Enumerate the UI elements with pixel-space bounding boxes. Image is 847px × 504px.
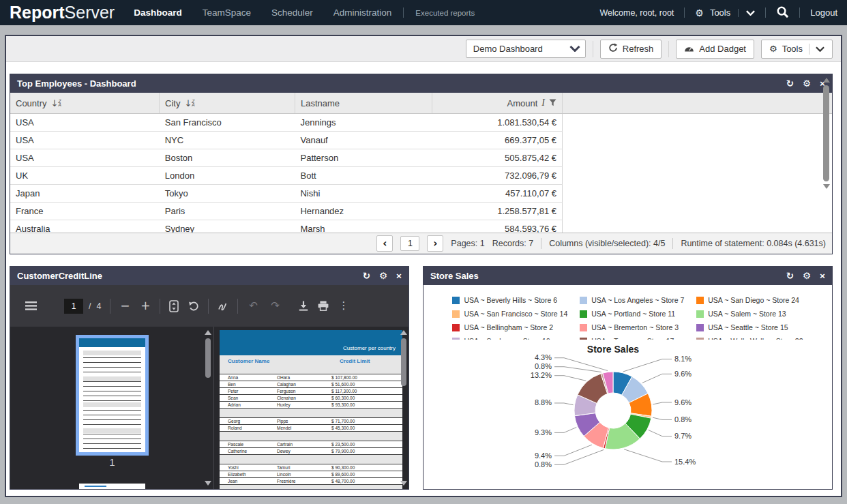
table-row[interactable]: USABostonPatterson505.875,42 €	[10, 149, 563, 167]
draw-pen-icon[interactable]	[218, 301, 228, 312]
column-header-amount[interactable]: Amount I	[432, 93, 563, 113]
print-icon[interactable]	[318, 301, 329, 311]
table-footer: ‹ › Pages: 1 Records: 7 Columns (visible…	[10, 233, 832, 254]
label-leader-line	[642, 374, 672, 383]
pdf-page-input[interactable]	[64, 299, 83, 314]
refresh-icon[interactable]: ↻	[363, 271, 370, 281]
page-number-input[interactable]	[400, 236, 419, 251]
legend-item: USA ~ Spokane ~ Store 16	[452, 334, 567, 340]
download-icon[interactable]	[299, 301, 308, 311]
records-text: Records: 7	[492, 239, 533, 248]
refresh-icon[interactable]: ↻	[786, 271, 794, 281]
nav-item-scheduler[interactable]: Scheduler	[271, 8, 313, 18]
rotate-icon[interactable]	[188, 301, 199, 312]
page-thumbnail-1[interactable]	[76, 335, 149, 456]
undo-icon[interactable]: ↶	[247, 301, 259, 311]
table-cell: 505.875,42 €	[432, 153, 562, 163]
table-row[interactable]: FranceParisHernandez1.258.577,81 €	[10, 203, 563, 220]
label-leader-line	[554, 427, 576, 432]
logout-button[interactable]: Logout	[810, 8, 837, 18]
more-options-icon[interactable]: ⋮	[338, 301, 348, 311]
table-row[interactable]: USANYCVanauf669.377,05 €	[10, 132, 563, 149]
scroll-thumb[interactable]	[823, 85, 829, 181]
viewer-scrollbar[interactable]	[400, 330, 408, 486]
report-first-name: Ben	[220, 382, 277, 387]
scroll-up-arrow[interactable]	[205, 330, 211, 335]
scroll-up-arrow[interactable]	[823, 78, 830, 83]
nav-item-executed-reports[interactable]: Executed reports	[415, 9, 475, 17]
nav-item-dashboard[interactable]: Dashboard	[134, 8, 182, 18]
table-row[interactable]: JapanTokyoNishi457.110,07 €	[10, 185, 563, 203]
fit-page-icon[interactable]	[169, 300, 179, 312]
nav-item-teamspace[interactable]: TeamSpace	[203, 8, 251, 18]
label-leader-line	[554, 376, 586, 381]
report-last-name: Cartrain	[277, 442, 331, 447]
report-row: SeanClenahan$ 60,300.00	[220, 395, 402, 402]
scroll-up-arrow[interactable]	[400, 330, 407, 335]
table-cell: Paris	[160, 206, 295, 216]
column-label: Country	[16, 98, 47, 108]
nav-divider	[765, 8, 766, 18]
sidebar-toggle-icon[interactable]	[25, 301, 37, 310]
slice-percentage-label: 8.1%	[674, 355, 692, 363]
legend-swatch	[452, 310, 460, 318]
label-leader-line	[653, 417, 672, 419]
chevron-down-icon	[569, 44, 580, 54]
scroll-thumb[interactable]	[401, 338, 406, 386]
legend-label: USA ~ San Diego ~ Store 24	[708, 296, 799, 304]
report-last-name: Mendel	[277, 426, 331, 430]
report-first-name: Pascale	[220, 442, 277, 447]
column-header-lastname[interactable]: Lastname	[295, 93, 432, 113]
zoom-in-icon[interactable]: +	[140, 300, 151, 312]
table-cell: Tokyo	[160, 188, 295, 198]
redo-icon[interactable]: ↷	[269, 301, 281, 311]
table-row[interactable]: USASan FranciscoJennings1.081.530,54 €	[10, 114, 563, 132]
zoom-out-icon[interactable]: −	[119, 300, 130, 312]
close-icon[interactable]: ×	[820, 271, 825, 281]
table-scrollbar[interactable]	[822, 78, 831, 189]
add-dadget-button[interactable]: Add Dadget	[676, 40, 754, 59]
dashboard-container: Demo Dashboard Refresh Add Dadget ⚙ Tool…	[5, 35, 842, 497]
legend-item: USA ~ Portland ~ Store 11	[580, 307, 684, 321]
gear-icon[interactable]: ⚙	[379, 271, 387, 281]
column-header-city[interactable]: City ↓ ZA	[160, 93, 295, 113]
gauge-icon	[684, 44, 694, 54]
table-row[interactable]: AustraliaSydneyMarsh584.593,76 €	[10, 220, 563, 234]
gear-icon[interactable]: ⚙	[695, 8, 704, 18]
column-header-filler	[563, 93, 832, 113]
report-credit-limit: $ 90,300.00	[331, 465, 402, 470]
nav-item-administration[interactable]: Administration	[333, 8, 392, 18]
legend-item: USA ~ San Diego ~ Store 24	[696, 293, 803, 307]
store-sales-chart-area: USA ~ Beverly Hills ~ Store 6USA ~ Los A…	[424, 285, 832, 489]
table-header-row: Country ↓ ZA City ↓ ZA Lastname Amount I	[10, 93, 832, 114]
table-cell: France	[10, 206, 160, 216]
gear-icon[interactable]: ⚙	[803, 271, 811, 281]
scroll-down-arrow[interactable]	[823, 184, 830, 189]
dashboard-tools-button[interactable]: ⚙ Tools	[761, 40, 833, 59]
scroll-down-arrow[interactable]	[400, 481, 407, 486]
column-label: Amount	[507, 98, 538, 108]
refresh-button[interactable]: Refresh	[600, 40, 662, 59]
refresh-icon[interactable]: ↻	[786, 79, 794, 89]
thumbnail-header-band	[79, 338, 145, 347]
chevron-down-icon[interactable]	[746, 8, 755, 18]
sidebar-scrollbar[interactable]	[204, 330, 212, 486]
refresh-icon	[608, 43, 618, 55]
pdf-thumbnail-sidebar: 1	[10, 327, 214, 489]
scroll-thumb[interactable]	[205, 338, 211, 378]
prev-page-button[interactable]: ‹	[376, 235, 393, 252]
close-icon[interactable]: ×	[396, 271, 402, 281]
table-row[interactable]: UKLondonBott732.096,79 €	[10, 167, 563, 185]
page-thumbnail-2[interactable]	[79, 484, 145, 489]
report-row: GeorgPipps$ 71,700.00	[220, 417, 402, 425]
search-icon[interactable]	[776, 5, 789, 20]
gear-icon[interactable]: ⚙	[803, 79, 811, 89]
app-logo[interactable]: ReportServer	[10, 3, 115, 23]
report-last-name: Ferguson	[277, 389, 331, 394]
nav-tools-button[interactable]: Tools	[710, 8, 730, 18]
dashboard-select[interactable]: Demo Dashboard	[466, 40, 586, 58]
column-header-country[interactable]: Country ↓ ZA	[10, 93, 160, 113]
next-page-button[interactable]: ›	[427, 235, 443, 252]
scroll-down-arrow[interactable]	[205, 481, 211, 486]
legend-label: USA ~ Los Angeles ~ Store 7	[591, 296, 684, 304]
